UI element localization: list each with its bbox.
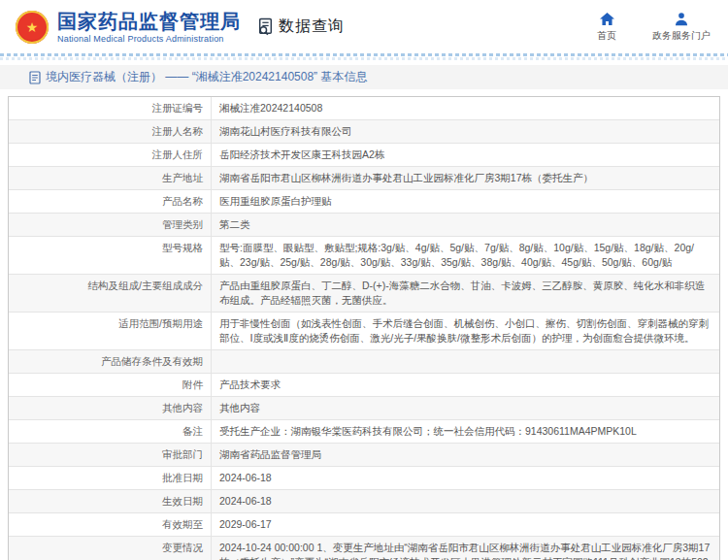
row-label: 生效日期 [9,490,212,512]
table-row: 批准日期 2024-06-18 [9,467,719,490]
row-value: 湖南花山村医疗科技有限公司 [212,120,719,143]
table-row: 附件 产品技术要求 [9,374,719,397]
row-label: 产品储存条件及有效期 [9,350,212,373]
table-row: 生效日期 2024-06-18 [9,490,719,513]
row-label: 管理类别 [9,214,212,236]
nav-home-label: 首页 [597,29,616,43]
row-label: 型号规格 [9,237,212,274]
table-row: 有效期至 2029-06-17 [9,513,719,537]
row-label: 注册人住所 [9,144,212,166]
row-value: 产品由重组胶原蛋白、丁二醇、D-(+)-海藻糖二水合物、甘油、卡波姆、三乙醇胺、… [212,275,719,312]
row-label: 适用范围/预期用途 [9,313,212,349]
row-label: 批准日期 [9,467,212,489]
breadcrumb-text: 境内医疗器械（注册） —— “湘械注准20242140508” 基本信息 [46,69,367,85]
nav-gov-portal-label: 政务服务门户 [652,29,711,43]
row-value: 受托生产企业：湖南银华棠医药科技有限公司；统一社会信用代码：91430611MA… [212,420,719,443]
table-row: 注册人名称 湖南花山村医疗科技有限公司 [9,120,719,144]
row-value [212,350,719,373]
row-value: 产品技术要求 [212,374,719,396]
nav-gov-portal[interactable]: 政务服务门户 [652,12,711,43]
table-row: 注册证编号 湘械注准20242140508 [9,97,719,120]
breadcrumb-bar: 境内医疗器械（注册） —— “湘械注准20242140508” 基本信息 [0,65,728,89]
table-row: 变更情况 2024-10-24 00:00:00 1、变更生产地址由“湖南省岳阳… [9,537,719,560]
header-nav: 首页 政务服务门户 [586,12,711,43]
row-label: 注册证编号 [9,97,212,119]
row-value: 其他内容 [212,397,719,419]
doc-search-icon [256,17,275,36]
row-value: 第二类 [212,214,719,236]
table-row: 产品储存条件及有效期 [9,350,719,374]
data-search-nav[interactable]: 数据查询 [256,16,345,37]
row-value: 湖南省岳阳市君山区柳林洲街道办事处君山工业园标准化厂房3期17栋（委托生产） [212,167,719,189]
row-value: 用于非慢性创面（如浅表性创面、手术后缝合创面、机械创伤、小创口、擦伤、切割伤创面… [212,313,719,349]
row-label: 变更情况 [9,537,212,560]
row-label: 审批部门 [9,444,212,466]
row-label: 有效期至 [9,513,212,536]
row-label: 结构及组成/主要组成成分 [9,275,212,312]
nav-home[interactable]: 首页 [586,12,627,43]
agency-title-block: 国家药品监督管理局 National Medical Products Admi… [57,11,241,44]
user-icon [674,12,689,26]
data-search-label: 数据查询 [279,16,345,37]
table-row: 注册人住所 岳阳经济技术开发区康王科技园A2栋 [9,144,719,167]
row-label: 附件 [9,374,212,396]
table-row: 备注 受托生产企业：湖南银华棠医药科技有限公司；统一社会信用代码：9143061… [9,420,719,444]
row-value: 2024-06-18 [212,490,719,512]
table-row: 适用范围/预期用途 用于非慢性创面（如浅表性创面、手术后缝合创面、机械创伤、小创… [9,313,719,350]
table-row: 管理类别 第二类 [9,214,719,237]
agency-name-cn: 国家药品监督管理局 [57,11,241,32]
row-value: 2024-10-24 00:00:00 1、变更生产地址由“湖南省岳阳市君山区柳… [212,537,719,560]
table-row: 生产地址 湖南省岳阳市君山区柳林洲街道办事处君山工业园标准化厂房3期17栋（委托… [9,167,719,190]
row-label: 其他内容 [9,397,212,419]
row-value: 医用重组胶原蛋白护理贴 [212,190,719,213]
national-emblem-logo: ★ [16,11,49,44]
table-row: 其他内容 其他内容 [9,397,719,420]
info-table: 注册证编号 湘械注准20242140508 注册人名称 湖南花山村医疗科技有限公… [8,96,720,560]
row-label: 生产地址 [9,167,212,189]
row-value: 湘械注准20242140508 [212,97,719,119]
table-row: 结构及组成/主要组成成分 产品由重组胶原蛋白、丁二醇、D-(+)-海藻糖二水合物… [9,275,719,313]
row-value: 2024-06-18 [212,467,719,489]
row-label: 备注 [9,420,212,443]
dashed-separator [0,53,728,60]
row-label: 产品名称 [9,190,212,213]
row-value: 湖南省药品监督管理局 [212,444,719,466]
table-row: 型号规格 型号:面膜型、眼贴型、敷贴型;规格:3g/贴、4g/贴、5g/贴、7g… [9,237,719,275]
home-icon [599,12,615,26]
row-value: 2029-06-17 [212,513,719,536]
table-row: 审批部门 湖南省药品监督管理局 [9,444,719,467]
table-row: 产品名称 医用重组胶原蛋白护理贴 [9,190,719,214]
row-label: 注册人名称 [9,120,212,143]
row-value: 型号:面膜型、眼贴型、敷贴型;规格:3g/贴、4g/贴、5g/贴、7g/贴、8g… [212,237,719,274]
site-header: ★ 国家药品监督管理局 National Medical Products Ad… [0,0,728,53]
row-value: 岳阳经济技术开发区康王科技园A2栋 [212,144,719,166]
page-icon [29,71,41,84]
agency-name-en: National Medical Products Administration [57,34,241,44]
